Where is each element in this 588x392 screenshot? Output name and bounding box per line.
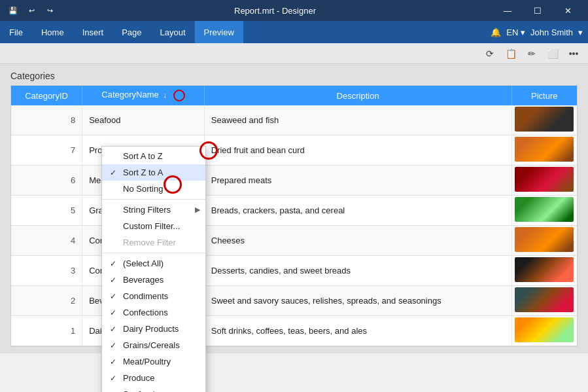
window-controls[interactable]: — ☐ ✕ (493, 0, 583, 21)
custom-filter[interactable]: Custom Filter... (102, 218, 205, 234)
edit-button[interactable]: ✏ (523, 45, 541, 62)
maximize-button[interactable]: ☐ (523, 0, 553, 21)
menu-preview[interactable]: Preview (195, 21, 243, 43)
filter-seafood[interactable]: Seafood (102, 386, 205, 392)
picture-thumbnail (515, 317, 574, 342)
user-menu-arrow[interactable]: ▾ (578, 27, 583, 37)
table-header-row: CategoryID CategoryName ↓ Description Pi… (11, 86, 577, 105)
picture-thumbnail (515, 107, 574, 132)
cell-picture (511, 166, 577, 196)
cell-id: 6 (11, 166, 82, 196)
minimize-button[interactable]: — (493, 0, 523, 21)
cell-id: 1 (11, 316, 82, 346)
cell-id: 8 (11, 105, 82, 135)
menu-bar: File Home Insert Page Layout Preview 🔔 E… (0, 21, 588, 43)
frame-button[interactable]: ⬜ (544, 45, 562, 62)
picture-thumbnail (515, 167, 574, 192)
sort-arrow-icon: ↓ (163, 91, 167, 99)
remove-filter: Remove Filter (102, 234, 205, 251)
menu-insert[interactable]: Insert (73, 21, 113, 43)
table-row: 2 Beverages Sweet and savory sauces, rel… (11, 286, 577, 316)
filter-meat-poultry[interactable]: Meat/Poultry (102, 353, 205, 370)
cell-id: 5 (11, 196, 82, 226)
column-filter-indicator (173, 90, 185, 101)
table-row: 8 Seafood Seaweed and fish (11, 105, 577, 135)
page-area: Categories CategoryID CategoryName ↓ Des… (0, 64, 588, 353)
filter-beverages[interactable]: Beverages (102, 272, 205, 288)
table-row: 7 Produce Dried fruit and bean curd (11, 135, 577, 166)
filter-grains-cereals[interactable]: Grains/Cereals (102, 337, 205, 353)
cell-description: Cheeses (204, 226, 511, 256)
cell-description: Desserts, candies, and sweet breads (204, 256, 511, 286)
picture-thumbnail (515, 257, 574, 282)
filter-confections[interactable]: Confections (102, 304, 205, 321)
table-row: 3 Condiments Desserts, candies, and swee… (11, 256, 577, 286)
picture-thumbnail (515, 197, 574, 222)
table-row: 6 Meat/Poultry Prepared meats (11, 166, 577, 196)
user-name[interactable]: John Smith (530, 27, 573, 37)
separator-2 (102, 253, 205, 253)
cell-picture (511, 196, 577, 226)
col-header-categoryid[interactable]: CategoryID (11, 86, 82, 105)
cell-description: Soft drinks, coffees, teas, beers, and a… (204, 316, 511, 346)
table-container: CategoryID CategoryName ↓ Description Pi… (10, 85, 578, 347)
toolbar: ⟳ 📋 ✏ ⬜ ••• (0, 43, 588, 64)
title-bar: 💾 ↩ ↪ Report.mrt - Designer — ☐ ✕ (0, 0, 588, 21)
data-table: CategoryID CategoryName ↓ Description Pi… (11, 86, 577, 346)
col-header-description[interactable]: Description (204, 86, 511, 105)
filter-select-all[interactable]: (Select All) (102, 255, 205, 272)
menu-home[interactable]: Home (32, 21, 73, 43)
copy-button[interactable]: 📋 (502, 45, 520, 62)
cell-picture (511, 316, 577, 346)
picture-thumbnail (515, 227, 574, 252)
cell-name: Seafood (82, 105, 205, 135)
refresh-button[interactable]: ⟳ (481, 45, 499, 62)
sort-a-to-z[interactable]: Sort A to Z (102, 148, 205, 164)
cell-picture (511, 226, 577, 256)
menu-file[interactable]: File (0, 21, 32, 43)
table-row: 5 Grains/Cereals Breads, crackers, pasta… (11, 196, 577, 226)
table-row: 4 Confections Cheeses (11, 226, 577, 256)
title-bar-title: Report.mrt - Designer (58, 6, 493, 16)
menu-layout[interactable]: Layout (151, 21, 195, 43)
save-icon[interactable]: 💾 (5, 3, 21, 18)
cell-id: 4 (11, 226, 82, 256)
cell-picture (511, 105, 577, 135)
no-sorting[interactable]: No Sorting (102, 181, 205, 197)
separator-1 (102, 199, 205, 200)
close-button[interactable]: ✕ (553, 0, 583, 21)
cell-id: 7 (11, 135, 82, 166)
column-filter-dropdown: Sort A to Z Sort Z to A No Sorting Strin… (101, 146, 206, 392)
filter-produce[interactable]: Produce (102, 370, 205, 386)
col-header-picture[interactable]: Picture (511, 86, 577, 105)
filter-condiments[interactable]: Condiments (102, 288, 205, 304)
title-bar-controls[interactable]: 💾 ↩ ↪ (5, 3, 58, 18)
cell-id: 3 (11, 256, 82, 286)
undo-icon[interactable]: ↩ (24, 3, 39, 18)
submenu-arrow-icon: ▶ (195, 205, 200, 214)
cell-description: Prepared meats (204, 166, 511, 196)
cell-description: Seaweed and fish (204, 105, 511, 135)
menu-right-area: 🔔 EN ▾ John Smith ▾ (485, 21, 588, 43)
language-selector[interactable]: EN ▾ (506, 27, 525, 37)
more-button[interactable]: ••• (564, 45, 583, 62)
col-header-categoryname[interactable]: CategoryName ↓ (82, 86, 205, 105)
bell-icon[interactable]: 🔔 (491, 27, 501, 37)
menu-page[interactable]: Page (112, 21, 150, 43)
picture-thumbnail (515, 137, 574, 162)
cell-description: Dried fruit and bean curd (204, 135, 511, 166)
string-filters[interactable]: String Filters ▶ (102, 202, 205, 218)
filter-dairy-products[interactable]: Dairy Products (102, 321, 205, 337)
cell-description: Sweet and savory sauces, relishes, sprea… (204, 286, 511, 316)
cell-id: 2 (11, 286, 82, 316)
table-row: 1 Dairy Products Soft drinks, coffees, t… (11, 316, 577, 346)
cell-picture (511, 135, 577, 166)
cell-picture (511, 286, 577, 316)
page-title: Categories (10, 71, 578, 81)
cell-picture (511, 256, 577, 286)
menu-spacer (243, 21, 485, 43)
sort-z-to-a[interactable]: Sort Z to A (102, 164, 205, 181)
cell-description: Breads, crackers, pasta, and cereal (204, 196, 511, 226)
redo-icon[interactable]: ↪ (42, 3, 58, 18)
picture-thumbnail (515, 287, 574, 312)
